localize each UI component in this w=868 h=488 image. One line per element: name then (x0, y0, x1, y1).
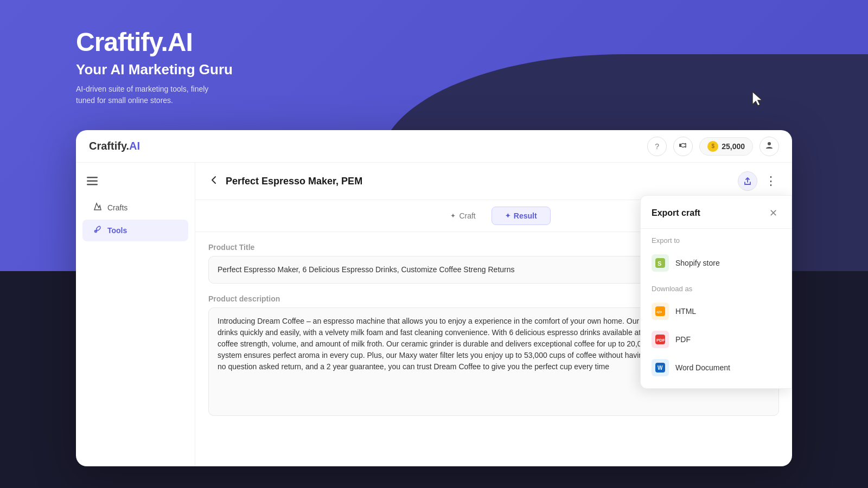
export-word-option[interactable]: W Word Document (641, 354, 792, 382)
shopify-icon: S (652, 254, 669, 272)
page-title: Perfect Espresso Maker, PEM (226, 176, 362, 187)
sidebar-item-tools-label: Tools (107, 226, 127, 235)
export-to-label: Export to (641, 229, 792, 249)
shopify-option-label: Shopify store (675, 259, 720, 267)
brand-header: Craftify.AI Your AI Marketing Guru AI-dr… (76, 27, 233, 106)
craft-tab-label: Craft (459, 211, 475, 220)
svg-rect-4 (87, 184, 98, 185)
tools-icon (93, 225, 102, 236)
page-header-right: ⋮ (738, 171, 779, 191)
tab-result[interactable]: ✦ Result (492, 207, 551, 225)
svg-rect-0 (679, 144, 681, 147)
credits-value: 25,000 (722, 142, 745, 151)
credits-display: $ 25,000 (699, 137, 753, 156)
export-pdf-option[interactable]: PDF PDF (641, 325, 792, 354)
export-button[interactable] (738, 171, 757, 191)
result-tab-icon: ✦ (505, 212, 510, 220)
export-panel-title: Export craft (652, 208, 700, 218)
sidebar-toggle-button[interactable] (76, 171, 195, 192)
export-shopify-option[interactable]: S Shopify store (641, 249, 792, 277)
html-option-label: HTML (675, 307, 696, 316)
svg-text:PDF: PDF (656, 338, 665, 343)
svg-text:</>: </> (656, 310, 662, 314)
broadcast-icon (679, 141, 687, 151)
sidebar-item-tools[interactable]: Tools (82, 220, 188, 241)
content-panel: Perfect Espresso Maker, PEM ⋮ ✦ Cr (195, 163, 792, 466)
user-icon (765, 141, 774, 152)
page-header: Perfect Espresso Maker, PEM ⋮ (195, 163, 792, 200)
download-as-label: Download as (641, 277, 792, 297)
tab-craft[interactable]: ✦ Craft (437, 207, 489, 225)
brand-title: Craftify.AI (76, 27, 233, 57)
svg-rect-2 (87, 177, 98, 178)
coin-icon: $ (707, 141, 718, 152)
word-option-label: Word Document (675, 363, 730, 372)
topbar-logo: Craftify.AI (89, 140, 140, 152)
export-html-option[interactable]: </> HTML (641, 297, 792, 325)
svg-text:S: S (658, 260, 661, 267)
export-panel: Export craft ✕ Export to S Shopify store… (640, 195, 792, 389)
topbar: Craftify.AI ? $ 25, (76, 130, 792, 163)
help-button[interactable]: ? (647, 137, 667, 156)
export-panel-header: Export craft ✕ (641, 196, 792, 229)
app-window: Craftify.AI ? $ 25, (76, 130, 792, 466)
svg-rect-3 (87, 181, 98, 182)
back-button[interactable] (208, 175, 219, 188)
brand-desc: AI-driven suite of marketing tools, fine… (76, 84, 228, 106)
craft-tab-icon: ✦ (450, 212, 456, 220)
export-close-button[interactable]: ✕ (765, 206, 781, 221)
svg-point-1 (768, 142, 771, 145)
pdf-icon: PDF (652, 331, 669, 348)
cursor-icon (748, 89, 768, 109)
topbar-right: ? $ 25,000 (647, 137, 779, 156)
result-tab-label: Result (514, 211, 537, 220)
page-header-left: Perfect Espresso Maker, PEM (208, 175, 362, 188)
more-options-button[interactable]: ⋮ (763, 174, 779, 188)
sidebar-item-crafts[interactable]: Crafts (82, 197, 188, 219)
sidebar: Crafts Tools (76, 163, 195, 466)
help-icon: ? (655, 142, 659, 151)
brand-subtitle: Your AI Marketing Guru (76, 61, 233, 78)
main-content: Crafts Tools (76, 163, 792, 466)
svg-text:W: W (658, 365, 663, 371)
html-icon: </> (652, 303, 669, 320)
sidebar-item-crafts-label: Crafts (107, 203, 127, 212)
word-icon: W (652, 359, 669, 376)
broadcast-button[interactable] (673, 137, 693, 156)
user-avatar-button[interactable] (760, 137, 779, 156)
crafts-icon (93, 202, 102, 213)
pdf-option-label: PDF (675, 335, 691, 344)
